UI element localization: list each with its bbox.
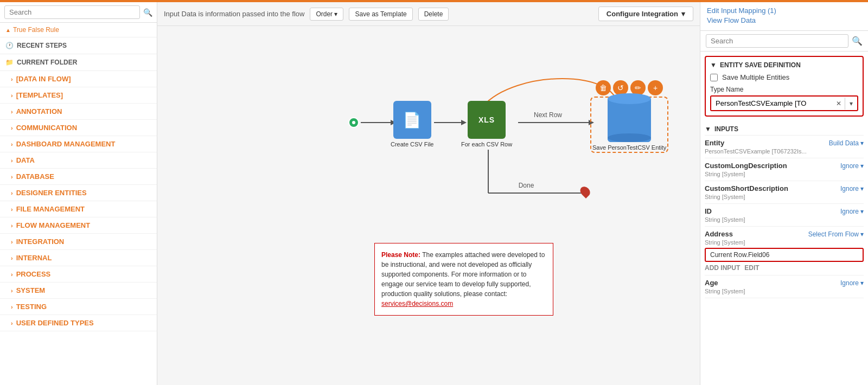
- chevron-icon: ›: [11, 222, 13, 229]
- save-multiple-entities-checkbox[interactable]: [710, 74, 718, 81]
- input-row-custom-short-desc: CustomShortDescription Ignore ▾ String […: [705, 181, 864, 204]
- svg-text:Next Row: Next Row: [534, 111, 562, 119]
- create-csv-node[interactable]: 📄 Create CSV File: [391, 101, 433, 147]
- svg-text:Done: Done: [519, 182, 534, 189]
- sidebar-item-integration[interactable]: › INTEGRATION: [0, 234, 157, 250]
- folder-icon: 📁: [5, 59, 14, 66]
- save-multiple-entities-label: Save Multiple Entities: [722, 73, 789, 81]
- chevron-icon: ›: [11, 271, 13, 278]
- collapse-icon: ▲: [5, 27, 11, 33]
- type-name-label: Type Name: [710, 86, 858, 93]
- edit-input-mapping-link[interactable]: Edit Input Mapping (1): [707, 7, 861, 15]
- sidebar-item-database[interactable]: › DATABASE: [0, 169, 157, 185]
- for-each-csv-node[interactable]: XLS For each CSV Row: [461, 101, 512, 147]
- right-panel-header: Edit Input Mapping (1) View Flow Data: [700, 2, 868, 31]
- sidebar-item-data[interactable]: › DATA: [0, 152, 157, 169]
- custom-long-desc-action[interactable]: Ignore ▾: [840, 162, 864, 170]
- view-flow-data-link[interactable]: View Flow Data: [707, 16, 861, 24]
- right-panel-search-icon: 🔍: [852, 36, 863, 46]
- sidebar: 🔍 ▲ True False Rule 🕐 RECENT STEPS 📁 CUR…: [0, 2, 157, 385]
- chevron-icon: ›: [11, 92, 13, 99]
- sidebar-item-data-in-flow[interactable]: › [DATA IN FLOW]: [0, 71, 157, 87]
- type-name-dropdown-button[interactable]: ▾: [845, 98, 857, 110]
- chevron-icon: ›: [11, 141, 13, 147]
- configure-integration-button[interactable]: Configure Integration ▾: [598, 7, 693, 21]
- chevron-icon: ›: [11, 108, 13, 115]
- chevron-icon: ›: [11, 206, 13, 213]
- note-email-link[interactable]: services@decisions.com: [381, 300, 453, 307]
- chevron-icon: ›: [11, 304, 13, 310]
- canvas-content: Next Row Done 📄 Create CSV File: [157, 26, 700, 385]
- recent-steps-icon: 🕐: [5, 42, 14, 49]
- chevron-icon: ›: [11, 287, 13, 294]
- right-panel: Edit Input Mapping (1) View Flow Data 🔍 …: [700, 2, 868, 385]
- recent-steps-header: 🕐 RECENT STEPS: [0, 37, 157, 54]
- save-as-template-button[interactable]: Save as Template: [349, 8, 412, 21]
- right-panel-search-input[interactable]: [706, 34, 848, 48]
- input-row-custom-long-desc: CustomLongDescription Ignore ▾ String [S…: [705, 158, 864, 181]
- entity-save-definition-section: ▼ ENTITY SAVE DEFINITION Save Multiple E…: [705, 56, 864, 117]
- sidebar-item-flow-management[interactable]: › FLOW MANAGEMENT: [0, 217, 157, 234]
- address-action[interactable]: Select From Flow ▾: [808, 230, 864, 238]
- right-panel-search-container: 🔍: [700, 31, 868, 52]
- sidebar-item-annotation[interactable]: › ANNOTATION: [0, 104, 157, 120]
- age-action[interactable]: Ignore ▾: [840, 279, 864, 287]
- type-name-clear-button[interactable]: ✕: [833, 98, 845, 110]
- chevron-icon: ›: [11, 255, 13, 261]
- entity-save-definition-label: ENTITY SAVE DEFINITION: [720, 61, 801, 69]
- input-row-entity: Entity Build Data ▾ PersonTestCSVExample…: [705, 136, 864, 158]
- type-name-input-row: ✕ ▾: [710, 95, 858, 111]
- inputs-section-label: INPUTS: [714, 125, 738, 133]
- float-add-button[interactable]: +: [648, 80, 663, 95]
- chevron-icon: ›: [11, 320, 13, 326]
- canvas-info-text: Input Data is information passed into th…: [164, 10, 304, 18]
- sidebar-item-testing[interactable]: › TESTING: [0, 299, 157, 315]
- chevron-icon: ›: [11, 125, 13, 131]
- chevron-icon: ›: [11, 174, 13, 180]
- float-delete-button[interactable]: 🗑: [596, 80, 611, 95]
- sidebar-search-input[interactable]: [4, 5, 140, 19]
- order-button[interactable]: Order ▾: [310, 8, 343, 21]
- sidebar-item-file-management[interactable]: › FILE MANAGEMENT: [0, 201, 157, 217]
- edit-link[interactable]: EDIT: [744, 264, 759, 272]
- input-row-address: Address Select From Flow ▾ String [Syste…: [705, 227, 864, 275]
- custom-short-desc-action[interactable]: Ignore ▾: [840, 185, 864, 193]
- sidebar-items-list: › [DATA IN FLOW] › [TEMPLATES] › ANNOTAT…: [0, 71, 157, 385]
- sidebar-item-templates[interactable]: › [TEMPLATES]: [0, 87, 157, 104]
- inputs-section: ▼ INPUTS Entity Build Data ▾ PersonTestC…: [700, 121, 868, 385]
- input-row-id: ID Ignore ▾ String [System]: [705, 204, 864, 227]
- true-false-rule-label: True False Rule: [13, 26, 59, 34]
- canvas-toolbar: Input Data is information passed into th…: [157, 2, 700, 26]
- sidebar-search-container: 🔍: [0, 2, 157, 23]
- chevron-icon: ›: [11, 157, 13, 164]
- end-pin: [585, 188, 596, 198]
- sidebar-item-process[interactable]: › PROCESS: [0, 266, 157, 283]
- sidebar-item-internal[interactable]: › INTERNAL: [0, 250, 157, 266]
- save-entity-node[interactable]: Save PersonTestCSV Entity: [590, 97, 668, 153]
- type-name-input[interactable]: [711, 97, 833, 110]
- sidebar-item-communication[interactable]: › COMMUNICATION: [0, 120, 157, 136]
- note-box: Please Note: The examples attached were …: [374, 243, 553, 316]
- chevron-icon: ›: [11, 190, 13, 196]
- inputs-collapse-icon: ▼: [705, 125, 711, 133]
- entity-save-collapse-icon: ▼: [710, 61, 717, 69]
- add-input-link[interactable]: ADD INPUT: [705, 264, 740, 272]
- id-action[interactable]: Ignore ▾: [840, 208, 864, 215]
- sidebar-item-designer-entities[interactable]: › DESIGNER ENTITIES: [0, 185, 157, 201]
- current-folder-header: 📁 CURRENT FOLDER: [0, 54, 157, 71]
- sidebar-item-system[interactable]: › SYSTEM: [0, 283, 157, 299]
- sidebar-item-user-defined-types[interactable]: › USER DEFINED TYPES: [0, 315, 157, 331]
- delete-button[interactable]: Delete: [418, 8, 449, 21]
- sidebar-search-icon: 🔍: [143, 8, 152, 17]
- entity-action[interactable]: Build Data ▾: [829, 139, 864, 147]
- sidebar-item-dashboard-management[interactable]: › DASHBOARD MANAGEMENT: [0, 136, 157, 152]
- chevron-icon: ›: [11, 239, 13, 245]
- input-row-age: Age Ignore ▾ String [System]: [705, 275, 864, 298]
- address-value-box: Current Row.Field06: [705, 248, 864, 262]
- canvas-area: Input Data is information passed into th…: [157, 2, 700, 385]
- chevron-icon: ›: [11, 76, 13, 82]
